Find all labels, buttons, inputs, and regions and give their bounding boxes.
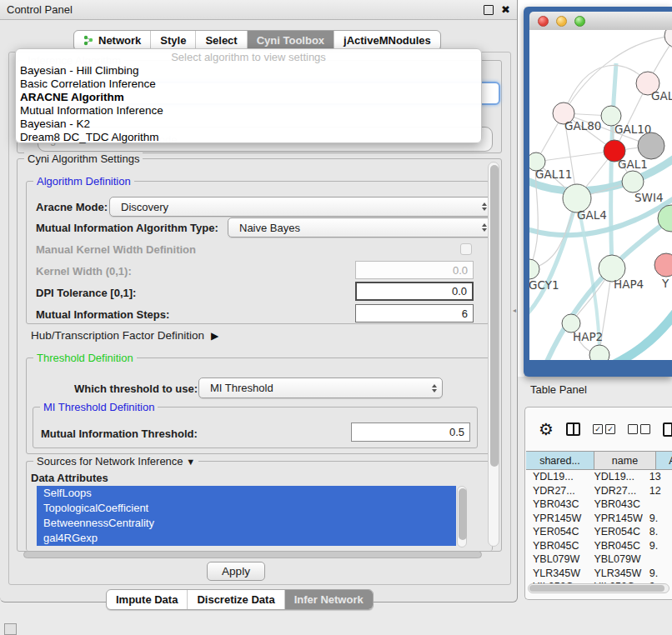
tab-select[interactable]: Select — [196, 31, 247, 50]
aracne-mode-combo[interactable]: Discovery — [109, 197, 493, 217]
tab-cyni-toolbox[interactable]: Cyni Toolbox — [248, 31, 334, 50]
tab-impute-data[interactable]: Impute Data — [107, 590, 188, 609]
data-attribute-item[interactable]: SelfLoops — [37, 486, 456, 501]
network-node[interactable] — [664, 30, 672, 48]
gear-icon[interactable]: ⚙ — [539, 421, 554, 438]
column-header-3[interactable]: A — [656, 451, 672, 470]
select-all-checkboxes-icon[interactable]: ✓✓ — [593, 424, 615, 434]
data-attribute-item[interactable]: TopologicalCoefficient — [37, 501, 456, 516]
settings-scrollbar[interactable] — [488, 162, 499, 547]
table-cell: YBR043C — [587, 498, 642, 510]
mi-threshold-field[interactable]: 0.5 — [351, 422, 470, 442]
table-cell: 9. — [643, 512, 672, 524]
panel-divider-handle[interactable]: ◂ — [513, 307, 516, 314]
mi-threshold-group-title: MI Threshold Definition — [40, 401, 158, 413]
attribute-list-scrollbar[interactable] — [457, 486, 467, 548]
table-row[interactable]: YDL19...YDL19...13 — [526, 470, 672, 484]
column-header-2[interactable]: name — [594, 451, 656, 470]
network-node[interactable] — [638, 132, 664, 159]
table-cell: YBL079W — [526, 553, 587, 565]
data-attribute-item[interactable]: gal4RGexp — [37, 531, 456, 546]
tab-jactivemnodules[interactable]: jActiveMNodules — [334, 31, 440, 50]
tab-infer-network[interactable]: Infer Network — [285, 590, 373, 609]
tab-style[interactable]: Style — [151, 31, 196, 50]
dpi-tolerance-value: 0.0 — [452, 285, 467, 298]
dpi-tolerance-field[interactable]: 0.0 — [355, 282, 474, 301]
mi-threshold-label: Mutual Information Threshold: — [41, 428, 198, 440]
table-cell: 13 — [643, 471, 672, 482]
combo-spinner-icon — [482, 202, 487, 211]
chevron-right-icon: ▶ — [211, 330, 218, 342]
table-cell: YLR345W — [526, 568, 587, 579]
tab-discretize-data[interactable]: Discretize Data — [188, 590, 284, 609]
table-row[interactable]: YBR045CYBR045C9. — [526, 539, 672, 553]
table-row[interactable]: YLR345WYLR345W9. — [526, 567, 672, 581]
export-table-icon[interactable] — [663, 422, 672, 437]
table-panel-title: Table Panel — [530, 383, 587, 396]
aracne-mode-value: Discovery — [121, 201, 168, 213]
algorithm-option[interactable]: Bayesian - Hill Climbing — [16, 64, 481, 78]
node-label: GAL11 — [535, 168, 572, 181]
zoom-traffic-light[interactable] — [574, 16, 585, 27]
network-node-gcy1[interactable] — [529, 259, 539, 279]
combo-spinner-icon — [482, 223, 487, 232]
table-row[interactable]: YDR27...YDR27...12 — [526, 484, 672, 498]
close-icon[interactable]: ✖ — [501, 6, 510, 14]
app-root: Control Panel ✖ NetworkStyleSelectCyni T… — [0, 0, 672, 635]
algorithm-option[interactable]: Bayesian - K2 — [16, 118, 481, 131]
combo-spinner-icon — [432, 384, 437, 392]
network-node[interactable] — [589, 345, 609, 360]
node-label: HAP4 — [614, 278, 644, 291]
which-threshold-label: Which threshold to use: — [74, 382, 198, 395]
table-row[interactable]: YPR145WYPR145W9. — [526, 512, 672, 526]
node-label: GAL80 — [564, 119, 601, 132]
mi-type-combo[interactable]: Naive Bayes — [228, 218, 493, 238]
mi-type-label: Mutual Information Algorithm Type: — [36, 222, 218, 234]
network-window-titlebar[interactable] — [529, 12, 672, 30]
network-node-swi4[interactable] — [622, 171, 644, 192]
network-nodes[interactable]: GALGAL80GAL10GAL1SWI4GAL11GAL4GCY1HAP4YH… — [529, 30, 672, 360]
network-graph: GALGAL80GAL10GAL1SWI4GAL11GAL4GCY1HAP4YH… — [529, 30, 672, 360]
table-horizontal-scrollbar[interactable] — [528, 583, 669, 593]
algorithm-option[interactable]: Basic Correlation Inference — [16, 78, 481, 91]
hub-definition-toggle[interactable]: Hub/Transcription Factor Definition▶ — [31, 329, 218, 342]
apply-button[interactable]: Apply — [207, 562, 265, 581]
close-traffic-light[interactable] — [538, 16, 549, 27]
node-label: GCY1 — [529, 278, 559, 292]
mi-steps-label: Mutual Information Steps: — [36, 308, 169, 321]
settings-horizontal-scrollbar[interactable] — [23, 551, 482, 558]
table-row[interactable]: YBR043CYBR043C — [526, 498, 672, 512]
node-label: GAL — [651, 89, 672, 102]
table-cell: YBR043C — [526, 498, 587, 510]
table-cell: YDL19... — [526, 471, 587, 482]
deselect-all-checkboxes-icon[interactable] — [628, 424, 650, 434]
table-row[interactable]: YBL079WYBL079W — [526, 552, 672, 567]
network-icon — [83, 35, 94, 46]
mi-type-value: Naive Bayes — [239, 222, 300, 234]
float-window-icon[interactable] — [484, 5, 494, 15]
node-label: SWI4 — [634, 191, 664, 204]
algorithm-option[interactable]: Mutual Information Inference — [16, 104, 481, 118]
tab-network[interactable]: Network — [74, 31, 151, 50]
algorithm-option[interactable]: Dream8 DC_TDC Algorithm — [16, 131, 481, 144]
mi-steps-field[interactable]: 6 — [355, 304, 474, 322]
kernel-width-field[interactable]: 0.0 — [355, 261, 474, 279]
algorithm-definition-title: Algorithm Definition — [33, 175, 134, 188]
network-canvas[interactable]: GALGAL80GAL10GAL1SWI4GAL11GAL4GCY1HAP4YH… — [529, 30, 672, 360]
aracne-mode-label: Aracne Mode: — [36, 201, 108, 213]
which-threshold-combo[interactable]: MI Threshold — [198, 378, 443, 398]
data-attribute-item[interactable]: BetweennessCentrality — [37, 516, 456, 531]
column-header-1[interactable]: shared... — [526, 451, 594, 470]
algorithm-option[interactable]: ARACNE Algorithm — [16, 91, 481, 104]
minimize-traffic-light[interactable] — [556, 16, 567, 27]
algorithm-popup-placeholder: Select algorithm to view settings — [16, 51, 481, 64]
manual-kernel-checkbox[interactable] — [460, 243, 472, 255]
collapsed-panel-icon[interactable] — [4, 623, 17, 635]
table-cell: YDR27... — [587, 485, 642, 497]
columns-icon[interactable] — [566, 422, 580, 436]
apply-button-label: Apply — [222, 565, 250, 578]
table-row[interactable]: YER054CYER054C8. — [526, 525, 672, 539]
table-cell: YER054C — [526, 526, 587, 538]
network-node-y[interactable] — [654, 253, 672, 277]
sources-group-title[interactable]: Sources for Network Inference ▼ — [33, 455, 198, 468]
